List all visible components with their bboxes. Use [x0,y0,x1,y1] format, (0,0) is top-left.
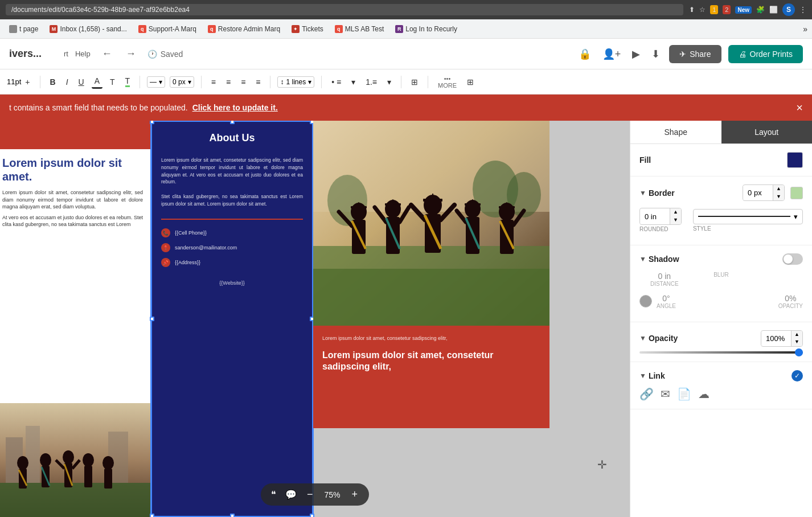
highlight-button[interactable]: T [122,75,133,89]
handle-bl[interactable] [150,514,154,517]
border-px-value[interactable] [743,186,773,200]
download-button[interactable]: ⬇ [649,46,662,63]
link-cloud-icon[interactable]: ☁ [698,387,710,401]
border-rounded-value[interactable] [640,210,670,224]
shadow-collapse-arrow: ▼ [639,255,646,263]
opacity-down[interactable]: ▼ [792,338,802,346]
table-button[interactable]: ⊞ [408,76,421,88]
font-size-increase[interactable]: + [22,76,32,88]
bookmark-favicon-restore: q [208,25,216,33]
grid-view-button[interactable]: ⊞ [464,76,477,88]
border-rounded-down[interactable]: ▼ [670,216,681,224]
link-doc-icon[interactable]: 📄 [677,387,691,401]
saved-button[interactable]: 🕐 Saved [147,50,183,59]
opacity-collapse-arrow: ▼ [639,334,646,342]
link-url-icon[interactable]: 🔗 [639,387,654,401]
underline-button[interactable]: U [76,76,87,88]
preview-button[interactable]: ▶ [630,46,642,63]
italic-button[interactable]: I [63,76,71,88]
handle-bc[interactable] [230,514,235,517]
add-user-button[interactable]: 👤+ [600,46,624,63]
bookmark-restore[interactable]: q Restore Admin Marq [203,23,285,35]
share-button[interactable]: ✈ Share [669,45,721,63]
border-rounded-up[interactable]: ▲ [670,208,681,216]
banner-close-button[interactable]: × [796,101,803,114]
opacity-up[interactable]: ▲ [792,331,802,339]
numbering-button[interactable]: 1.≡ [363,76,380,88]
opacity-value[interactable] [761,331,791,346]
chat-button[interactable]: 💬 [283,487,299,502]
more-button[interactable]: ••• MORE [435,73,460,91]
nav-item-help[interactable]: Help [75,50,91,58]
bookmark-tickets[interactable]: ✦ Tickets [287,23,328,35]
shadow-angle-value: 0° [662,294,670,303]
handle-tl[interactable] [150,121,154,124]
quote-button[interactable]: ❝ [269,487,278,502]
undo-button[interactable]: ← [100,46,114,62]
border-px-down[interactable]: ▼ [773,193,784,201]
bookmarks-overflow[interactable]: » [803,24,807,34]
sep-3 [201,76,202,88]
line-height-select[interactable]: ↕ 1 lines ▾ [277,76,314,88]
tab-layout[interactable]: Layout [721,121,813,143]
main-area: Lorem ipsum dolor sit amet. Lorem ipsum … [0,121,812,517]
left-graduation-photo [0,403,151,517]
zoom-out-button[interactable]: − [304,487,317,502]
border-color-swatch[interactable] [790,187,803,199]
bookmark-mls[interactable]: q MLS AB Test [330,23,388,35]
tab-shape[interactable]: Shape [630,121,721,143]
handle-ml[interactable] [150,317,154,321]
opacity-slider-track[interactable] [639,351,803,354]
page-left: Lorem ipsum dolor sit amet. Lorem ipsum … [0,121,151,517]
font-color-button[interactable]: A [92,75,102,89]
align-right-button[interactable]: ≡ [238,76,248,88]
opacity-slider-knob[interactable] [795,348,803,356]
border-style-select[interactable]: — ▾ [147,76,165,88]
opacity-header[interactable]: ▼ Opacity [639,334,678,343]
bookmark-recurly[interactable]: R Log In to Recurly [391,23,462,35]
smart-field-banner: t contains a smart field that needs to b… [0,95,812,121]
page-center[interactable]: About Us Lorem ipsum dolor sit amet, con… [151,121,313,517]
nav-item-rt[interactable]: rt [64,50,68,58]
shadow-toggle[interactable] [782,253,803,265]
align-justify-button[interactable]: ≡ [253,76,263,88]
canvas-area[interactable]: Lorem ipsum dolor sit amet. Lorem ipsum … [0,121,630,517]
border-px-up[interactable]: ▲ [773,185,784,193]
clock-icon: 🕐 [147,50,157,59]
menu-icon[interactable]: ⋮ [799,6,806,14]
order-prints-button[interactable]: 🖨 Order Prints [728,45,803,63]
border-px-input[interactable]: ▲ ▼ [743,184,785,201]
shadow-header[interactable]: ▼ Shadow [639,255,782,264]
align-center-button[interactable]: ≡ [223,76,233,88]
browser-url[interactable]: /documents/edit/0ca63e4c-529b-48b9-aee7-… [6,4,683,15]
text-bg-button[interactable]: T [107,76,118,88]
numbering-more-button[interactable]: ▾ [384,76,394,88]
bookmark-favicon-mls: q [335,25,343,33]
align-left-button[interactable]: ≡ [208,76,219,88]
opacity-stepper: ▲ ▼ [791,331,802,346]
border-header[interactable]: ▼ Border ▲ ▼ [639,184,803,201]
handle-tc[interactable] [230,121,235,124]
bullets-button[interactable]: • ≡ [329,76,344,88]
center-divider [161,219,303,220]
border-style-select[interactable]: ▾ [693,209,803,224]
bold-button[interactable]: B [47,76,59,88]
border-rounded-input[interactable]: ▲ ▼ [639,208,682,224]
border-px-select[interactable]: 0 px ▾ [170,76,194,88]
fill-color-swatch[interactable] [787,152,803,168]
bookmark-support[interactable]: q Support-A Marq [134,23,201,35]
link-header[interactable]: ▼ Link [639,371,665,380]
link-email-icon[interactable]: ✉ [661,387,670,401]
left-red-header [0,121,151,149]
zoom-in-button[interactable]: + [348,487,362,502]
shadow-color-dot[interactable] [639,295,652,307]
redo-button[interactable]: → [124,46,138,62]
lock-button[interactable]: 🔒 [576,46,593,63]
bookmark-gmail[interactable]: M Inbox (1,658) - sand... [45,23,131,35]
left-body-p1: Lorem ipsum dolor sit amet, consetetur s… [2,189,143,211]
banner-update-link[interactable]: Click here to update it. [192,103,278,112]
bullets-more-button[interactable]: ▾ [348,76,358,88]
bookmark-t-page[interactable]: t page [5,23,43,35]
svg-rect-17 [84,456,93,458]
opacity-input[interactable]: ▲ ▼ [761,330,803,347]
